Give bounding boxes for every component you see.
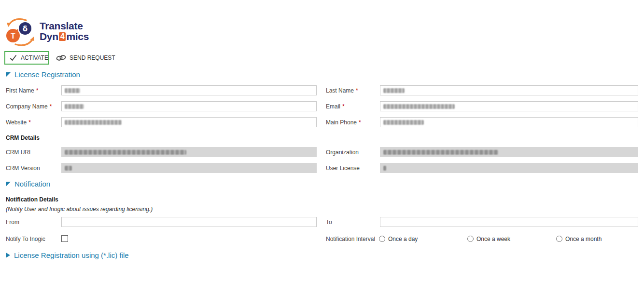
first-name-label: First Name*: [6, 87, 38, 94]
from-label: From: [6, 219, 19, 226]
company-name-field[interactable]: [61, 101, 317, 111]
expand-triangle-icon: [6, 253, 10, 258]
required-asterisk: *: [342, 103, 345, 110]
main-phone-field[interactable]: [380, 117, 638, 127]
radio-once-a-week-label: Once a week: [476, 236, 510, 242]
crm-url-field: [61, 147, 317, 157]
website-field[interactable]: [61, 117, 317, 127]
company-name-label: Company Name*: [6, 103, 52, 110]
from-input[interactable]: [65, 217, 313, 227]
section-title: License Registration: [14, 70, 80, 79]
to-field-wrap: [380, 217, 638, 227]
app-logo: 4 T δ Translate Dyn4mics: [5, 17, 89, 46]
check-icon: [10, 54, 17, 61]
logo-line2: Dyn4mics: [40, 31, 89, 42]
radio-once-a-day-label: Once a day: [388, 236, 418, 242]
license-registration-page: 4 T δ Translate Dyn4mics ACTIVATE: [0, 0, 644, 294]
crm-url-label: CRM URL: [6, 149, 32, 156]
first-name-field[interactable]: [61, 85, 317, 95]
activate-button[interactable]: ACTIVATE: [4, 51, 49, 65]
to-input[interactable]: [383, 217, 635, 227]
collapse-triangle-icon: [6, 182, 11, 187]
main-phone-label: Main Phone*: [326, 119, 361, 126]
activate-button-label: ACTIVATE: [21, 54, 48, 61]
radio-once-a-week[interactable]: [467, 236, 474, 242]
redacted-value: [65, 120, 122, 125]
command-bar: ACTIVATE SEND REQUEST: [0, 50, 644, 66]
user-license-field: [380, 163, 638, 173]
notification-note: (Notify User and Inogic about issues reg…: [6, 206, 153, 213]
redacted-value: [383, 120, 424, 125]
user-license-label: User License: [326, 165, 360, 172]
organization-label: Organization: [326, 149, 359, 156]
email-label: Email*: [326, 103, 345, 110]
required-asterisk: *: [50, 103, 52, 110]
notification-interval-label: Notification Interval: [326, 236, 375, 242]
svg-text:δ: δ: [23, 25, 28, 33]
send-request-button-label: SEND REQUEST: [70, 54, 115, 61]
redacted-value: [65, 88, 80, 93]
logo-wordmark: Translate Dyn4mics: [40, 17, 89, 46]
last-name-field[interactable]: [380, 85, 638, 95]
redacted-value: [65, 166, 72, 171]
redacted-value: [65, 104, 84, 109]
logo-mark-icon: 4 T δ: [5, 17, 37, 46]
section-header-license-registration[interactable]: License Registration: [6, 70, 80, 79]
notification-details-heading: Notification Details: [6, 196, 58, 203]
radio-once-a-month-label: Once a month: [565, 236, 602, 242]
last-name-label: Last Name*: [326, 87, 358, 94]
crm-version-label: CRM Version: [6, 165, 40, 172]
link-icon: [56, 54, 66, 61]
radio-once-a-month[interactable]: [556, 236, 562, 242]
logo-line1: Translate: [40, 21, 89, 31]
email-field[interactable]: [380, 101, 638, 111]
redacted-value: [383, 150, 498, 155]
required-asterisk: *: [28, 119, 31, 126]
redacted-value: [383, 166, 386, 171]
from-field-wrap: [61, 217, 317, 227]
notify-to-inogic-checkbox[interactable]: [61, 235, 68, 242]
required-asterisk: *: [36, 87, 39, 94]
website-label: Website*: [6, 119, 31, 126]
required-asterisk: *: [359, 119, 361, 126]
section-title: Notification: [14, 180, 50, 188]
svg-text:T: T: [11, 32, 15, 40]
send-request-button[interactable]: SEND REQUEST: [56, 51, 115, 65]
section-header-notification[interactable]: Notification: [6, 180, 50, 188]
redacted-value: [383, 104, 455, 109]
radio-once-a-day[interactable]: [379, 236, 385, 242]
crm-version-field: [61, 163, 317, 173]
logo-four-badge: 4: [59, 32, 66, 41]
redacted-value: [65, 150, 186, 155]
section-header-lic-file[interactable]: License Registration using (*.lic) file: [6, 251, 129, 259]
organization-field: [380, 147, 638, 157]
redacted-value: [383, 88, 405, 93]
crm-details-heading: CRM Details: [6, 134, 40, 141]
collapse-triangle-icon: [6, 72, 11, 77]
section-title: License Registration using (*.lic) file: [14, 251, 129, 259]
to-label: To: [326, 219, 332, 226]
required-asterisk: *: [356, 87, 358, 94]
notify-to-inogic-label: Notify To Inogic: [6, 236, 45, 242]
